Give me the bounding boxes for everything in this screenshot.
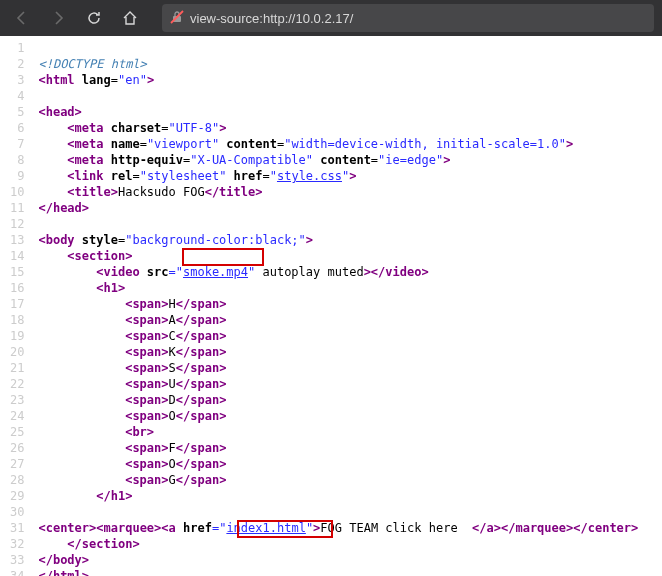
stylesheet-link[interactable]: style.css — [277, 169, 342, 183]
line-number-gutter: 1 2 3 4 5 6 7 8 9 10 11 12 13 14 15 16 1… — [0, 36, 30, 576]
doctype: <!DOCTYPE html> — [38, 57, 146, 71]
url-text: view-source:http://10.0.2.17/ — [190, 11, 353, 26]
insecure-icon — [170, 10, 184, 27]
source-code[interactable]: <!DOCTYPE html> <html lang="en"> <head> … — [30, 36, 646, 576]
browser-toolbar: view-source:http://10.0.2.17/ — [0, 0, 662, 36]
video-src-link[interactable]: smoke.mp4 — [183, 265, 248, 279]
back-button[interactable] — [8, 4, 36, 32]
reload-button[interactable] — [80, 4, 108, 32]
anchor-href-link[interactable]: index1.html — [226, 521, 305, 535]
highlight-smoke-mp4 — [182, 248, 264, 266]
url-bar[interactable]: view-source:http://10.0.2.17/ — [162, 4, 654, 32]
forward-button[interactable] — [44, 4, 72, 32]
view-source-pane: 1 2 3 4 5 6 7 8 9 10 11 12 13 14 15 16 1… — [0, 36, 662, 576]
home-button[interactable] — [116, 4, 144, 32]
